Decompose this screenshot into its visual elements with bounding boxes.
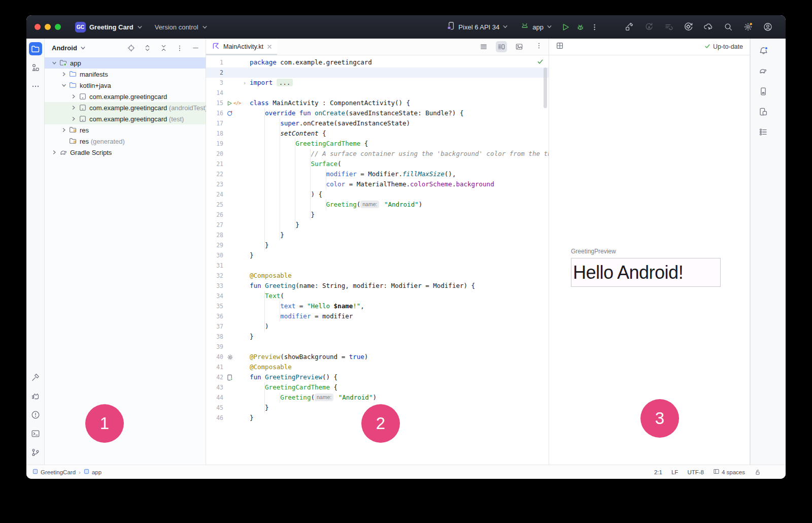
override-method-gutter-icon[interactable] xyxy=(227,110,233,116)
lock-open-icon[interactable] xyxy=(754,469,761,476)
compose-preview-component[interactable]: Hello Android! xyxy=(571,258,721,287)
version-control-menu[interactable]: Version control xyxy=(155,23,208,31)
line-number[interactable]: 17 xyxy=(206,120,223,127)
inspection-ok-icon[interactable] xyxy=(537,58,544,67)
more-actions-icon[interactable] xyxy=(591,23,598,31)
editor-scrollbar-thumb[interactable] xyxy=(544,68,547,108)
project-view-selector[interactable]: Android xyxy=(52,44,77,52)
build-icon[interactable] xyxy=(625,22,634,31)
line-number[interactable]: 20 xyxy=(206,150,223,157)
line-number[interactable]: 25 xyxy=(206,201,223,208)
split-view-icon[interactable] xyxy=(496,41,507,52)
design-view-icon[interactable] xyxy=(514,41,525,52)
tree-item-com-example-greetingcard-test[interactable]: com.example.greetingcard (test) xyxy=(45,113,206,124)
caret-position-widget[interactable]: 2:1 xyxy=(654,469,662,475)
profiler-icon[interactable] xyxy=(704,22,713,31)
code-editor[interactable]: 1package com.example.greetingcard23›impo… xyxy=(206,55,549,465)
close-window-button[interactable] xyxy=(35,24,41,30)
line-number[interactable]: 46 xyxy=(206,414,223,421)
line-number[interactable]: 2 xyxy=(206,69,223,76)
locate-icon[interactable] xyxy=(127,44,135,52)
line-number[interactable]: 18 xyxy=(206,130,223,137)
project-menu[interactable]: GC Greeting Card xyxy=(75,22,143,32)
code-tag-gutter-icon[interactable]: </> xyxy=(233,101,241,106)
line-number[interactable]: 30 xyxy=(206,252,223,259)
line-number[interactable]: 21 xyxy=(206,160,223,168)
fold-marker-icon[interactable]: › xyxy=(242,80,248,86)
line-number[interactable]: 38 xyxy=(206,333,223,340)
device-selector[interactable]: Pixel 6 API 34 xyxy=(446,21,508,32)
terminal-icon[interactable] xyxy=(29,427,42,440)
sync-icon[interactable] xyxy=(645,22,654,31)
chevron-right-icon[interactable] xyxy=(59,127,69,133)
line-number[interactable]: 1 xyxy=(206,59,223,66)
breadcrumb-module[interactable]: app xyxy=(84,469,101,475)
search-icon[interactable] xyxy=(724,22,733,31)
task-list-icon[interactable] xyxy=(664,22,673,31)
indent-widget[interactable]: 4 spaces xyxy=(713,468,745,476)
version-control-icon[interactable] xyxy=(29,446,42,459)
settings-icon[interactable] xyxy=(743,22,753,31)
running-devices-icon[interactable] xyxy=(757,105,770,118)
chevron-right-icon[interactable] xyxy=(69,94,78,99)
expand-all-icon[interactable] xyxy=(144,44,151,52)
attach-debugger-icon[interactable] xyxy=(684,22,693,31)
line-number[interactable]: 3 xyxy=(206,79,223,86)
encoding-widget[interactable]: UTF-8 xyxy=(687,469,704,475)
chevron-down-icon[interactable] xyxy=(80,44,86,53)
line-number[interactable]: 40 xyxy=(206,353,223,361)
line-number[interactable]: 26 xyxy=(206,211,223,218)
more-tool-windows-icon[interactable] xyxy=(29,80,42,93)
run-preview-gutter-icon[interactable] xyxy=(227,374,233,381)
chevron-right-icon[interactable] xyxy=(50,150,59,155)
tree-item-res[interactable]: res xyxy=(45,124,206,136)
problems-icon[interactable] xyxy=(29,408,42,421)
preview-settings-gutter-icon[interactable] xyxy=(227,354,233,361)
line-number[interactable]: 23 xyxy=(206,181,223,188)
minimize-window-button[interactable] xyxy=(45,24,51,30)
build-icon[interactable] xyxy=(29,371,42,384)
line-number[interactable]: 31 xyxy=(206,262,223,269)
line-number[interactable]: 42 xyxy=(206,374,223,381)
line-number[interactable]: 45 xyxy=(206,404,223,411)
tree-item-gradle-scripts[interactable]: Gradle Scripts xyxy=(45,147,206,158)
tree-item-com-example-greetingcard[interactable]: com.example.greetingcard xyxy=(45,91,206,102)
close-tab-icon[interactable] xyxy=(267,44,272,49)
line-number[interactable]: 22 xyxy=(206,171,223,178)
line-number[interactable]: 16 xyxy=(206,110,223,117)
line-number[interactable]: 35 xyxy=(206,303,223,310)
zoom-window-button[interactable] xyxy=(55,24,61,30)
chevron-right-icon[interactable] xyxy=(69,116,78,121)
line-number[interactable]: 15 xyxy=(206,100,223,107)
line-number[interactable]: 44 xyxy=(206,394,223,401)
line-number[interactable]: 14 xyxy=(206,89,223,96)
line-separator-widget[interactable]: LF xyxy=(671,469,678,475)
line-number[interactable]: 24 xyxy=(206,191,223,198)
line-number[interactable]: 41 xyxy=(206,364,223,371)
tree-item-kotlin-java[interactable]: kotlin+java xyxy=(45,80,206,91)
notifications-icon[interactable] xyxy=(757,44,770,57)
project-icon[interactable] xyxy=(29,42,42,55)
run-class-gutter-icon[interactable] xyxy=(227,101,232,106)
line-number[interactable]: 34 xyxy=(206,292,223,300)
preview-grid-icon[interactable] xyxy=(556,42,564,52)
chevron-down-icon[interactable] xyxy=(59,83,69,88)
tree-item-com-example-greetingcard-androidtest[interactable]: com.example.greetingcard (androidTest) xyxy=(45,102,206,113)
gradle-icon[interactable] xyxy=(757,64,770,78)
breadcrumb-project[interactable]: GreetingCard xyxy=(32,469,76,475)
line-number[interactable]: 27 xyxy=(206,221,223,228)
tree-item-app[interactable]: app xyxy=(45,57,206,69)
hide-icon[interactable] xyxy=(192,44,199,52)
chevron-down-icon[interactable] xyxy=(50,60,59,66)
resource-manager-icon[interactable] xyxy=(29,61,42,74)
user-avatar-icon[interactable] xyxy=(763,22,772,31)
device-manager-icon[interactable] xyxy=(757,85,770,98)
line-number[interactable]: 28 xyxy=(206,232,223,239)
line-number[interactable]: 37 xyxy=(206,323,223,330)
logcat-icon[interactable] xyxy=(29,389,42,403)
line-number[interactable]: 43 xyxy=(206,384,223,391)
run-button[interactable] xyxy=(561,23,570,31)
chevron-right-icon[interactable] xyxy=(69,105,78,110)
collapse-all-icon[interactable] xyxy=(160,44,167,52)
line-number[interactable]: 36 xyxy=(206,313,223,320)
